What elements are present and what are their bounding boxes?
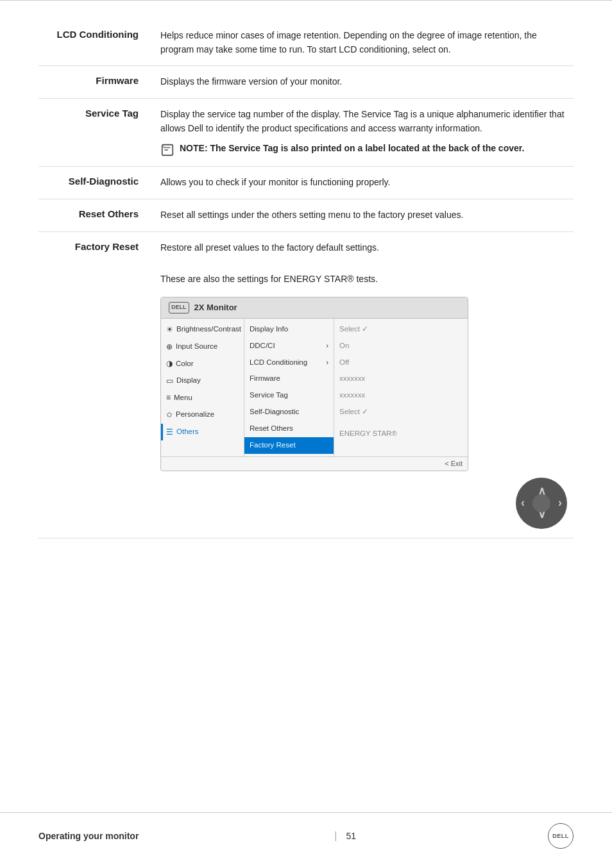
- osd-menu-input-source[interactable]: ⊕ Input Source: [161, 338, 244, 356]
- note-box: NOTE: The Service Tag is also printed on…: [160, 142, 567, 157]
- def-self-diagnostic: Allows you to check if your monitor is f…: [154, 167, 574, 199]
- osd-right-panel: Select ✓ On Off: [334, 319, 468, 456]
- term-service-tag: Service Tag: [38, 99, 154, 167]
- others-icon: ☰: [166, 426, 173, 438]
- def-factory-reset: Restore all preset values to the factory…: [154, 231, 574, 538]
- osd-service-tag[interactable]: Service Tag: [244, 387, 334, 404]
- others-label: Others: [176, 426, 199, 438]
- lcd-conditioning-label: LCD Conditioning: [250, 357, 307, 369]
- brightness-icon: ☀: [166, 324, 173, 336]
- osd-menu-others[interactable]: ☰ Others: [161, 424, 244, 441]
- ddc-ci-label: DDC/CI: [250, 340, 275, 352]
- personalize-label: Personalize: [176, 409, 214, 421]
- osd-menu-menu[interactable]: ≡ Menu: [161, 389, 244, 406]
- personalize-icon: ✩: [166, 409, 173, 421]
- osd-menu-color[interactable]: ◑ Color: [161, 355, 244, 372]
- table-row: Factory Reset Restore all preset values …: [38, 231, 574, 538]
- color-label: Color: [176, 358, 193, 370]
- content-area: LCD Conditioning Helps reduce minor case…: [0, 0, 612, 590]
- joystick[interactable]: ∧ ∨ ‹ ›: [516, 478, 567, 529]
- lcd-arrow: ›: [326, 357, 328, 369]
- osd-right-on: On: [334, 338, 468, 355]
- self-diagnostic-label: Self-Diagnostic: [250, 406, 299, 418]
- note-text: NOTE: The Service Tag is also printed on…: [180, 142, 524, 156]
- service-tag-text: Display the service tag number of the di…: [160, 109, 565, 133]
- footer-text: Operating your monitor: [38, 831, 139, 841]
- def-lcd-conditioning: Helps reduce minor cases of image retent…: [154, 20, 574, 66]
- term-factory-reset: Factory Reset: [38, 231, 154, 538]
- self-diag-val-label: Select ✓: [339, 406, 368, 418]
- osd-right-off: Off: [334, 355, 468, 371]
- osd-factory-reset[interactable]: Factory Reset: [244, 437, 334, 454]
- osd-left-menu: ☀ Brightness/Contrast ⊕ Input Source: [161, 319, 244, 456]
- osd-menu-display[interactable]: ▭ Display: [161, 372, 244, 390]
- right-on-label: On: [339, 340, 349, 352]
- right-off-label: Off: [339, 357, 349, 369]
- osd-container: DELL 2X Monitor ☀ Brightness/Contrast: [160, 297, 468, 471]
- osd-reset-others[interactable]: Reset Others: [244, 421, 334, 437]
- osd-middle-menu: Display Info DDC/CI › LCD Conditioning: [244, 319, 334, 456]
- firmware-label: Firmware: [250, 373, 280, 385]
- term-self-diagnostic: Self-Diagnostic: [38, 167, 154, 199]
- osd-lcd-conditioning[interactable]: LCD Conditioning ›: [244, 355, 334, 371]
- display-icon: ▭: [166, 375, 173, 387]
- right-select-label: Select ✓: [339, 324, 368, 335]
- osd-right-select: Select ✓: [334, 321, 468, 338]
- joystick-area: ∧ ∨ ‹ ›: [160, 471, 567, 529]
- footer: Operating your monitor | 51 DELL: [0, 812, 612, 849]
- osd-right-energy-star: ENERGY STAR®: [334, 426, 468, 442]
- osd-right-service-tag-val: xxxxxxx: [334, 387, 468, 404]
- menu-icon: ≡: [166, 392, 171, 404]
- osd-right-reset-others-val: [334, 421, 468, 426]
- footer-separator: |: [334, 830, 337, 842]
- osd-logo: DELL: [169, 302, 189, 313]
- joystick-center[interactable]: [532, 494, 550, 512]
- brightness-label: Brightness/Contrast: [176, 324, 241, 335]
- osd-body: ☀ Brightness/Contrast ⊕ Input Source: [161, 319, 468, 456]
- term-firmware: Firmware: [38, 66, 154, 99]
- input-source-label: Input Source: [176, 341, 217, 353]
- osd-menu-brightness[interactable]: ☀ Brightness/Contrast: [161, 321, 244, 338]
- factory-reset-line2: These are also the settings for ENERGY S…: [160, 272, 567, 287]
- table-row: Self-Diagnostic Allows you to check if y…: [38, 167, 574, 199]
- table-row: Reset Others Reset all settings under th…: [38, 199, 574, 232]
- exit-label: < Exit: [445, 460, 463, 467]
- display-info-label: Display Info: [250, 324, 288, 335]
- table-row: Firmware Displays the firmware version o…: [38, 66, 574, 99]
- def-reset-others: Reset all settings under the others sett…: [154, 199, 574, 232]
- dell-logo: DELL: [548, 823, 574, 849]
- footer-page-number: 51: [346, 831, 356, 841]
- def-service-tag: Display the service tag number of the di…: [154, 99, 574, 167]
- color-icon: ◑: [166, 358, 173, 370]
- factory-reset-menu-label: Factory Reset: [250, 440, 296, 451]
- osd-right-self-diag-val: Select ✓: [334, 404, 468, 421]
- service-tag-val-label: xxxxxxx: [339, 390, 365, 401]
- osd-menu-personalize[interactable]: ✩ Personalize: [161, 406, 244, 424]
- osd-ddc-ci[interactable]: DDC/CI ›: [244, 338, 334, 355]
- def-firmware: Displays the firmware version of your mo…: [154, 66, 574, 99]
- table-row: LCD Conditioning Helps reduce minor case…: [38, 20, 574, 66]
- factory-reset-osd: These are also the settings for ENERGY S…: [160, 272, 567, 528]
- service-tag-menu-label: Service Tag: [250, 390, 288, 401]
- osd-exit[interactable]: < Exit: [161, 456, 468, 471]
- term-lcd-conditioning: LCD Conditioning: [38, 20, 154, 66]
- reset-others-menu-label: Reset Others: [250, 423, 293, 435]
- page-container: LCD Conditioning Helps reduce minor case…: [0, 0, 612, 868]
- joystick-right[interactable]: ›: [558, 494, 562, 512]
- menu-label: Menu: [174, 392, 192, 404]
- fw-version-label: xxxxxxx: [339, 373, 365, 385]
- osd-right-fw-version: xxxxxxx: [334, 371, 468, 387]
- term-reset-others: Reset Others: [38, 199, 154, 232]
- osd-self-diagnostic[interactable]: Self-Diagnostic: [244, 404, 334, 421]
- note-icon: [160, 143, 174, 157]
- energy-star-label: ENERGY STAR®: [339, 428, 397, 440]
- table-row: Service Tag Display the service tag numb…: [38, 99, 574, 167]
- osd-display-info[interactable]: Display Info: [244, 321, 334, 338]
- input-source-icon: ⊕: [166, 341, 173, 353]
- joystick-left[interactable]: ‹: [521, 494, 525, 512]
- osd-header: DELL 2X Monitor: [161, 297, 468, 319]
- factory-reset-line1: Restore all preset values to the factory…: [160, 241, 567, 255]
- osd-title: 2X Monitor: [194, 301, 237, 314]
- ddc-ci-arrow: ›: [326, 340, 328, 352]
- osd-firmware[interactable]: Firmware: [244, 371, 334, 387]
